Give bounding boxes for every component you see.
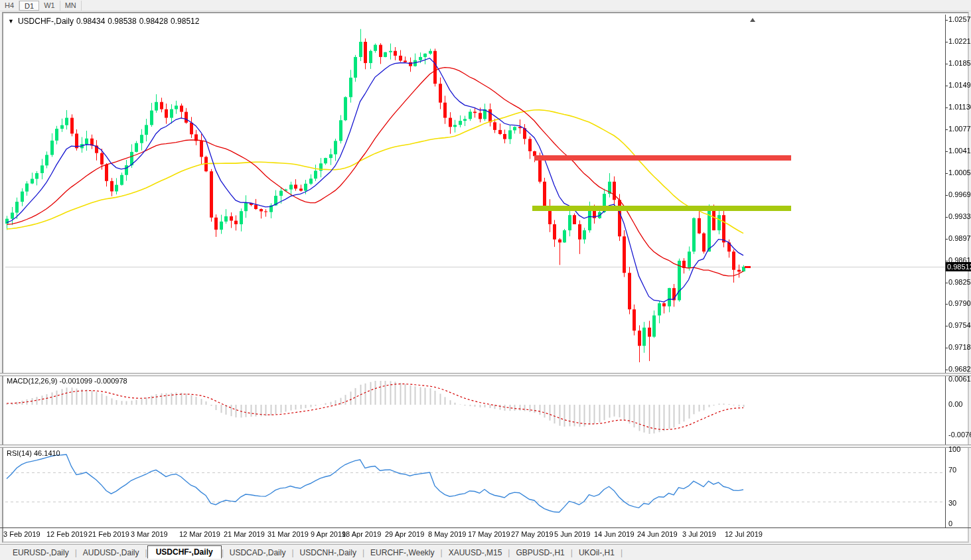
price-tick: 1.02210 (948, 37, 971, 45)
ohlc-close: 0.98512 (171, 17, 199, 26)
date-tick: 24 Jun 2019 (637, 530, 678, 538)
date-axis-line (0, 527, 971, 528)
chart-title: ▼USDCHF-,Daily0.984340.985380.984280.985… (8, 17, 202, 26)
price-tick: 0.97900 (948, 299, 971, 307)
macd-values: -0.001099 -0.000978 (59, 377, 127, 385)
rsi-value: 46.1410 (34, 449, 60, 457)
price-tick: 0.99690 (948, 190, 971, 198)
date-tick: 12 Feb 2019 (46, 530, 88, 538)
date-tick: 29 Apr 2019 (385, 530, 424, 538)
tab-xauusd[interactable]: XAUUSD-,M15 (443, 547, 508, 559)
rsi-tick: 0 (948, 520, 952, 527)
price-tick: 1.00410 (948, 147, 971, 155)
price-tick: 1.02570 (948, 15, 971, 23)
price-tick: 1.00770 (948, 125, 971, 133)
rsi-tick: 70 (948, 466, 956, 474)
date-tick: 18 Apr 2019 (342, 530, 381, 538)
date-tick: 12 Jul 2019 (725, 530, 763, 538)
tab-usdchf[interactable]: USDCHF-,Daily (147, 545, 222, 559)
chart-tab-bar: EURUSD-,Daily|AUDUSD-,Daily|USDCHF-,Dail… (0, 544, 971, 560)
price-tick: 1.01490 (948, 81, 971, 89)
chart-symbol: USDCHF-,Daily (18, 17, 74, 26)
price-tick: 0.96820 (948, 365, 971, 373)
tab-gbpusd[interactable]: GBPUSD-,H1 (510, 547, 570, 559)
date-tick: 3 Mar 2019 (131, 530, 168, 538)
date-tick: 14 Jun 2019 (594, 530, 635, 538)
rsi-label: RSI(14) 46.1410 (7, 449, 60, 457)
ohlc-high: 0.98538 (108, 17, 136, 26)
price-tick: 1.01130 (948, 103, 971, 111)
tab-usdcnh[interactable]: USDCNH-,Daily (294, 547, 362, 559)
date-tick: 21 Feb 2019 (88, 530, 129, 538)
rsi-name: RSI(14) (7, 449, 32, 457)
current-price-badge: 0.98512 (946, 262, 971, 271)
tab-audusd[interactable]: AUDUSD-,Daily (77, 547, 145, 559)
date-tick: 12 Mar 2019 (179, 530, 220, 538)
shift-marker-icon[interactable] (750, 18, 755, 22)
macd-tick: 0.00 (948, 400, 962, 408)
price-tick: 1.00050 (948, 169, 971, 176)
macd-name: MACD(12,26,9) (7, 377, 57, 385)
macd-tick: -0.00761 (948, 431, 971, 439)
ohlc-low: 0.98428 (139, 17, 168, 26)
date-tick: 27 May 2019 (511, 530, 554, 538)
price-tick: 0.98250 (948, 278, 971, 286)
date-tick: 31 Mar 2019 (267, 530, 309, 538)
date-tick: 9 Apr 2019 (311, 530, 346, 538)
tab-usdcad[interactable]: USDCAD-,Daily (224, 547, 292, 559)
mt4-window: H4D1W1MN ▼USDCHF-,Daily0.984340.985380.9… (0, 0, 971, 560)
ohlc-open: 0.98434 (76, 17, 105, 26)
price-chart-canvas[interactable] (0, 0, 971, 560)
price-tick: 0.97180 (948, 343, 971, 351)
date-tick: 3 Feb 2019 (3, 530, 40, 538)
date-tick: 5 Jun 2019 (554, 530, 590, 538)
tab-ukoil[interactable]: UKOil-,H1 (573, 547, 621, 559)
date-tick: 8 May 2019 (428, 530, 466, 538)
macd-tick: 0.00613 (948, 375, 971, 383)
price-tick: 1.01850 (948, 59, 971, 67)
tab-separator: | (621, 548, 623, 557)
price-tick: 0.98970 (948, 234, 971, 242)
date-tick: 3 Jul 2019 (682, 530, 716, 538)
macd-label: MACD(12,26,9) -0.001099 -0.000978 (7, 377, 127, 385)
rsi-tick: 100 (948, 445, 960, 453)
chevron-down-icon[interactable]: ▼ (8, 18, 14, 25)
panel-splitter-rsi[interactable] (0, 445, 971, 448)
price-tick: 0.99330 (948, 212, 971, 220)
rsi-tick: 30 (948, 499, 956, 507)
tab-eurusd[interactable]: EURUSD-,Daily (7, 547, 75, 559)
panel-splitter-macd[interactable] (0, 373, 971, 376)
date-tick: 21 Mar 2019 (224, 530, 265, 538)
date-tick: 17 May 2019 (468, 530, 510, 538)
price-tick: 0.97540 (948, 321, 971, 329)
tab-eurchf[interactable]: EURCHF-,Weekly (364, 547, 440, 559)
